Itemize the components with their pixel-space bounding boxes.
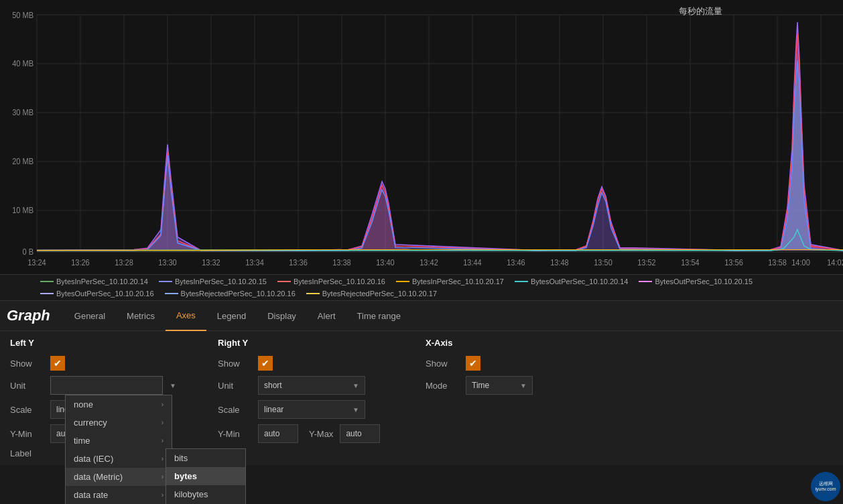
legend-color-1 xyxy=(159,281,172,282)
legend-bar: BytesInPerSec_10.10.20.14 BytesInPerSec_… xyxy=(0,275,843,301)
axes-content: Left Y Show ✔ Unit ▼ Scale linear ▼ Y-Mi… xyxy=(0,331,843,465)
x-axis-mode-row: Mode Time ▼ xyxy=(426,376,560,395)
x-axis-show-row: Show ✔ xyxy=(426,356,560,371)
right-y-unit-select[interactable]: short ▼ xyxy=(258,376,365,395)
right-y-title: Right Y xyxy=(218,338,405,348)
chevron-none: › xyxy=(161,401,164,408)
legend-item-0: BytesInPerSec_10.10.20.14 xyxy=(40,277,148,286)
legend-item-6: BytesOutPerSec_10.10.20.16 xyxy=(40,290,154,298)
unit-menu-currency[interactable]: currency › xyxy=(66,414,172,432)
legend-item-1: BytesInPerSec_10.10.20.15 xyxy=(159,277,267,286)
legend-color-7 xyxy=(165,293,178,294)
svg-text:13:32: 13:32 xyxy=(202,258,220,267)
legend-color-8 xyxy=(306,293,320,294)
right-y-unit-value: short xyxy=(264,381,282,390)
svg-text:13:48: 13:48 xyxy=(550,258,568,267)
tab-alert[interactable]: Alert xyxy=(307,301,346,331)
right-y-scale-row: Scale linear ▼ xyxy=(218,400,405,419)
right-y-scale-label: Scale xyxy=(218,405,251,415)
unit-dropdown-menu: none › currency › time › data (IEC) › da… xyxy=(65,395,172,504)
left-y-show-row: Show ✔ xyxy=(10,356,198,371)
legend-item-8: BytesRejectedPerSec_10.10.20.17 xyxy=(306,290,437,298)
left-y-show-label: Show xyxy=(10,359,44,369)
bottom-panel: Graph General Metrics Axes Legend Displa… xyxy=(0,301,843,465)
tab-axes[interactable]: Axes xyxy=(166,301,206,331)
x-axis-show-label: Show xyxy=(426,359,459,369)
legend-item-2: BytesInPerSec_10.10.20.16 xyxy=(277,277,385,286)
chevron-currency: › xyxy=(161,419,164,426)
x-axis-mode-value: Time xyxy=(472,381,489,390)
svg-text:13:46: 13:46 xyxy=(507,258,525,267)
svg-text:13:56: 13:56 xyxy=(724,258,742,267)
tab-legend[interactable]: Legend xyxy=(206,301,257,331)
x-axis-show-checkbox[interactable]: ✔ xyxy=(466,356,480,371)
legend-label-0: BytesInPerSec_10.10.20.14 xyxy=(56,277,148,286)
unit-menu-data-rate[interactable]: data rate › xyxy=(66,486,172,504)
legend-color-2 xyxy=(277,281,291,282)
legend-item-3: BytesInPerSec_10.10.20.17 xyxy=(396,277,504,286)
svg-rect-0 xyxy=(0,0,843,274)
unit-submenu: bits bytes kilobytes megabytes gigabytes xyxy=(166,448,246,504)
svg-text:0 B: 0 B xyxy=(23,248,34,257)
left-y-unit-row: Unit ▼ xyxy=(10,376,198,395)
unit-menu-data-metric[interactable]: data (Metric) › xyxy=(66,468,172,486)
submenu-bytes[interactable]: bytes xyxy=(166,467,245,485)
right-y-unit-row: Unit short ▼ xyxy=(218,376,405,395)
x-axis-mode-arrow: ▼ xyxy=(520,382,527,389)
legend-label-7: BytesRejectedPerSec_10.10.20.16 xyxy=(181,290,296,298)
tab-display[interactable]: Display xyxy=(257,301,307,331)
legend-label-6: BytesOutPerSec_10.10.20.16 xyxy=(56,290,154,298)
submenu-bits[interactable]: bits xyxy=(166,449,245,467)
x-axis-mode-label: Mode xyxy=(426,381,459,391)
unit-menu-none[interactable]: none › xyxy=(66,395,172,414)
graph-label: Graph xyxy=(7,307,50,324)
right-y-min-label: Y-Min xyxy=(218,429,251,439)
tab-time-range[interactable]: Time range xyxy=(346,301,411,331)
left-y-unit-dropdown-arrow[interactable]: ▼ xyxy=(170,382,176,389)
right-y-unit-arrow: ▼ xyxy=(352,382,359,389)
unit-menu-time[interactable]: time › xyxy=(66,432,172,450)
legend-label-2: BytesInPerSec_10.10.20.16 xyxy=(294,277,385,286)
submenu-kilobytes[interactable]: kilobytes xyxy=(166,485,245,503)
unit-menu-data-iec[interactable]: data (IEC) › xyxy=(66,450,172,468)
right-y-min-input[interactable] xyxy=(258,424,298,443)
chart-container: 每秒的流量 50 MB 40 MB 30 MB 20 MB 10 MB 0 B xyxy=(0,0,843,275)
x-axis-mode-select[interactable]: Time ▼ xyxy=(466,376,533,395)
legend-color-5 xyxy=(639,281,652,282)
legend-color-6 xyxy=(40,293,54,294)
legend-item-7: BytesRejectedPerSec_10.10.20.16 xyxy=(165,290,296,298)
tab-metrics[interactable]: Metrics xyxy=(116,301,166,331)
tab-general[interactable]: General xyxy=(64,301,116,331)
svg-text:13:54: 13:54 xyxy=(681,258,700,267)
svg-text:13:36: 13:36 xyxy=(289,258,307,267)
left-y-title: Left Y xyxy=(10,338,198,348)
svg-text:14:02: 14:02 xyxy=(827,258,843,267)
left-y-scale-label: Scale xyxy=(10,405,44,415)
legend-item-5: BytesOutPerSec_10.10.20.15 xyxy=(639,277,753,286)
legend-label-8: BytesRejectedPerSec_10.10.20.17 xyxy=(322,290,437,298)
left-y-label-label: Label xyxy=(10,448,44,458)
left-y-unit-label: Unit xyxy=(10,381,44,391)
svg-text:13:52: 13:52 xyxy=(637,258,655,267)
svg-text:13:34: 13:34 xyxy=(245,258,264,267)
right-y-show-row: Show ✔ xyxy=(218,356,405,371)
right-y-show-checkbox[interactable]: ✔ xyxy=(258,356,273,371)
left-y-show-checkbox[interactable]: ✔ xyxy=(50,356,65,371)
right-y-scale-select[interactable]: linear ▼ xyxy=(258,400,365,419)
right-y-max-input[interactable] xyxy=(340,424,380,443)
svg-text:13:30: 13:30 xyxy=(158,258,176,267)
chart-title: 每秒的流量 xyxy=(679,5,722,17)
legend-item-4: BytesOutPerSec_10.10.20.14 xyxy=(515,277,629,286)
svg-text:13:26: 13:26 xyxy=(71,258,89,267)
chevron-time: › xyxy=(161,437,164,444)
svg-text:13:42: 13:42 xyxy=(419,258,438,267)
right-y-section: Right Y Show ✔ Unit short ▼ Scale linear… xyxy=(218,338,405,458)
left-y-min-label: Y-Min xyxy=(10,429,44,439)
x-axis-section: X-Axis Show ✔ Mode Time ▼ xyxy=(426,338,560,458)
svg-text:40 MB: 40 MB xyxy=(12,60,34,68)
svg-text:13:50: 13:50 xyxy=(594,258,612,267)
svg-text:13:38: 13:38 xyxy=(332,258,350,267)
right-y-max-label: Y-Max xyxy=(309,429,333,439)
right-y-show-label: Show xyxy=(218,359,251,369)
left-y-unit-input[interactable] xyxy=(50,376,163,395)
